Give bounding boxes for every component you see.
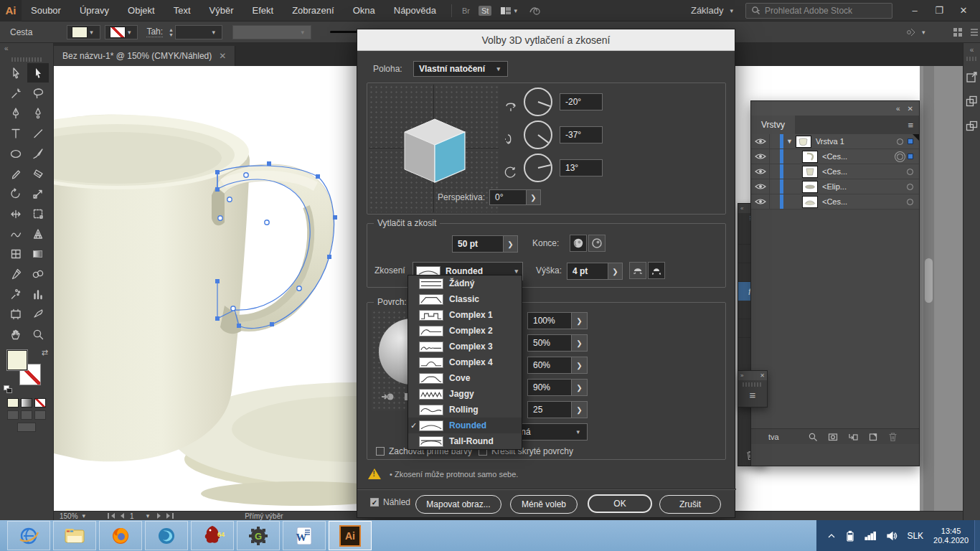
gpu-performance-icon[interactable] [528,5,541,17]
bevel-extent-in-button[interactable] [648,262,665,279]
x-rotation-input[interactable]: -20° [560,93,603,110]
layers-tab[interactable]: Vrstvy [751,116,795,134]
ambient-light-dropdown[interactable]: ❯ [572,334,588,352]
screen-mode-button[interactable] [17,423,36,432]
map-art-button[interactable]: Mapovat obraz... [415,495,501,514]
layer-thumbnail[interactable] [802,166,818,178]
layer-name[interactable]: <Ces... [822,152,847,161]
pen-tool[interactable] [5,103,27,123]
menu-napoveda[interactable]: Nápověda [385,0,446,22]
depth-dropdown-button[interactable]: ❯ [504,235,518,253]
symbol-sprayer-tool[interactable] [5,284,27,303]
zoom-level-dropdown[interactable]: 150% ▾ [60,512,88,520]
layer-row[interactable]: <Ces... [751,164,919,179]
ellipse-tool[interactable] [5,143,27,163]
target-circle[interactable] [907,184,913,190]
perspective-input[interactable]: 0° [489,189,527,205]
menu-upravy[interactable]: Úpravy [70,0,118,22]
illustrator-taskbar-button[interactable]: Ai [329,521,372,550]
highlight-intensity-input[interactable]: 60% [527,357,572,374]
layer-row[interactable]: <Elip... [751,179,919,194]
menu-objekt[interactable]: Objekt [118,0,164,22]
shaper-tool[interactable] [5,224,27,243]
draw-behind-button[interactable] [21,410,32,420]
new-layer-icon[interactable] [868,432,878,442]
cap-off-button[interactable] [588,235,606,252]
stroke-weight-label[interactable]: Tah: [146,27,163,37]
gradient-tool[interactable] [27,244,49,263]
highlight-size-input[interactable]: 90% [527,379,572,396]
none-mode-button[interactable] [34,398,46,408]
selected-art-indicator[interactable] [908,154,913,159]
magic-wand-tool[interactable] [5,83,27,103]
new-sublayer-icon[interactable] [848,432,858,442]
close-tab-icon[interactable]: ✕ [219,51,226,61]
panel-grip[interactable] [11,57,42,62]
collapse-panel-icon[interactable]: « [896,105,900,113]
expand-icon[interactable]: » [740,372,743,379]
bevel-option[interactable]: Classic [408,291,522,307]
height-dropdown-button[interactable]: ❯ [608,263,623,280]
line-segment-tool[interactable] [27,123,49,143]
bevel-option[interactable]: Complex 4 [408,354,522,370]
z-rotation-input[interactable]: 13° [560,159,603,176]
clipping-mask-icon[interactable] [828,432,838,442]
rotate-tool[interactable] [5,184,27,203]
color-mode-button[interactable] [7,398,19,408]
panel-menu-icon[interactable]: ≡ [908,120,919,131]
paintbrush-tool[interactable] [27,143,49,163]
gear-app-button[interactable]: G [237,521,280,550]
layer-name[interactable]: <Elip... [822,182,847,191]
z-rotation-dial[interactable] [522,152,554,184]
tray-expand-icon[interactable] [827,533,836,539]
bridge-icon[interactable]: Br [462,6,470,15]
eyedropper-tool[interactable] [5,264,27,283]
bevel-option-selected[interactable]: ✓Rounded [408,418,522,433]
selection-column[interactable] [780,149,783,164]
fewer-options-button[interactable]: Méně voleb [510,495,578,514]
volume-icon[interactable] [886,531,897,541]
layer-thumbnail[interactable] [802,151,818,163]
draw-normal-button[interactable] [7,410,19,420]
artboard-tool[interactable] [5,304,27,324]
preview-checkbox[interactable]: ✓ Náhled [370,497,410,507]
position-dropdown[interactable]: Vlastní natočení ▾ [413,61,508,77]
visibility-eye-icon[interactable] [751,194,770,209]
clock[interactable]: 13:45 20.4.2020 [933,527,969,545]
network-signal-icon[interactable] [864,531,876,540]
pencil-tool[interactable] [5,164,27,183]
stroke-weight-input[interactable]: ▾ [175,25,222,39]
stock-icon[interactable]: St [479,6,491,16]
layer-row[interactable]: <Ces... [751,194,919,209]
rotation-cube[interactable] [400,115,469,184]
document-tab[interactable]: Bez názvu-1* @ 150% (CMYK/Náhled) ✕ [54,46,235,66]
bevel-option[interactable]: Complex 3 [408,339,522,354]
workspace-dropdown[interactable]: Základy ▾ [691,5,735,16]
layer-thumbnail[interactable] [796,136,811,148]
fill-indicator[interactable] [6,349,28,371]
stroke-color-dropdown[interactable]: ▾ [105,25,138,39]
curvature-tool[interactable] [27,103,49,123]
layer-thumbnail[interactable] [802,196,818,208]
y-rotation-input[interactable]: -37° [560,126,603,143]
menu-soubor[interactable]: Soubor [22,0,70,22]
draw-inside-button[interactable] [34,410,46,420]
width-tool[interactable] [5,204,27,223]
next-artboard-button[interactable] [157,513,161,519]
blue-browser-button[interactable] [145,521,188,550]
delete-layer-icon[interactable] [888,432,897,442]
bevel-option[interactable]: Jaggy [408,386,522,402]
visibility-eye-icon[interactable] [751,179,770,194]
expand-chevron-icon[interactable]: ▼ [786,138,793,145]
fill-stroke-indicator[interactable]: ⇄ [4,348,50,395]
menu-okna[interactable]: Okna [344,0,385,22]
menu-text[interactable]: Text [164,0,200,22]
collapse-panel-icon[interactable]: « [0,43,53,56]
free-transform-tool[interactable] [27,204,49,223]
minimize-button[interactable]: – [903,0,927,22]
scrollbar-thumb[interactable] [925,258,933,303]
cap-on-button[interactable] [570,235,587,252]
type-tool[interactable] [5,123,27,143]
layer-row[interactable]: <Ces... [751,149,919,164]
bevel-option[interactable]: Žádný [408,276,522,291]
